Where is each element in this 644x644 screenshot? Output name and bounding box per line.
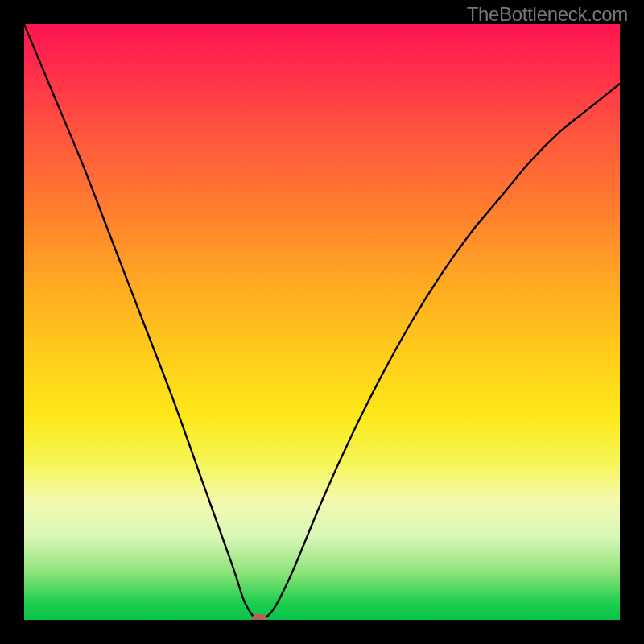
bottleneck-curve-path — [24, 24, 620, 620]
plot-area — [24, 24, 620, 620]
watermark-text: TheBottleneck.com — [467, 3, 628, 26]
bottleneck-curve-svg — [24, 24, 620, 620]
minimum-marker — [252, 614, 266, 620]
chart-frame: TheBottleneck.com — [0, 0, 644, 644]
